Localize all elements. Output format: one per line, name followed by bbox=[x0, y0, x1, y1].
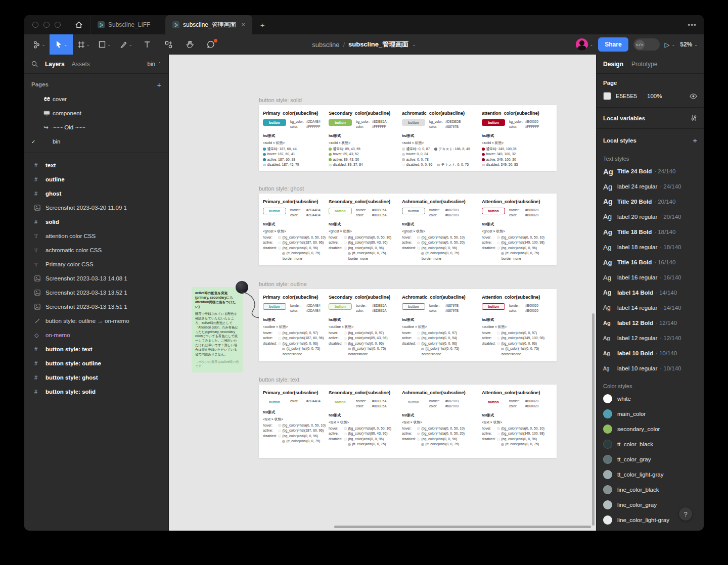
tab-prototype[interactable]: Prototype bbox=[631, 61, 657, 68]
button-preview[interactable]: button bbox=[263, 303, 286, 310]
current-page-indicator[interactable]: bin ⌃ bbox=[147, 61, 161, 68]
frame-tool-button[interactable]: ⌄ bbox=[73, 34, 94, 55]
button-preview[interactable]: button bbox=[263, 208, 286, 214]
button-preview[interactable]: button bbox=[329, 119, 352, 126]
text-style-item[interactable]: AgTitle 20 Bold· 20/140 bbox=[597, 194, 704, 209]
button-preview[interactable]: button bbox=[402, 399, 425, 405]
new-tab-button[interactable]: + bbox=[252, 15, 273, 34]
text-style-item[interactable]: Aglabel 12 regular· 12/140 bbox=[597, 331, 704, 346]
page-color-hex[interactable]: E5E5E5 bbox=[616, 93, 647, 99]
artboard-outline[interactable]: Primary_color(subscline)buttonborder:#2D… bbox=[259, 289, 557, 361]
close-tab-icon[interactable]: × bbox=[242, 21, 245, 28]
layer-item[interactable]: #ghost bbox=[24, 186, 168, 201]
frame-label[interactable]: button style: solid bbox=[259, 97, 302, 103]
button-preview[interactable]: button bbox=[402, 119, 425, 126]
color-style-item[interactable]: line_color_black bbox=[597, 482, 704, 497]
horizontal-scrollbar[interactable] bbox=[334, 526, 591, 528]
text-style-item[interactable]: Aglabel 10 regular· 10/140 bbox=[597, 361, 704, 376]
shape-tool-button[interactable]: ⌄ bbox=[94, 34, 115, 55]
frame-label[interactable]: button style: outline bbox=[259, 281, 307, 287]
button-preview[interactable]: button bbox=[263, 119, 286, 126]
canvas[interactable]: active時の配色を変更 (primary, secondaryにも atte… bbox=[169, 55, 596, 531]
button-preview[interactable]: button bbox=[263, 399, 286, 405]
dev-mode-toggle[interactable]: </> bbox=[633, 38, 660, 51]
button-preview[interactable]: button bbox=[482, 208, 505, 214]
layer-item[interactable]: #outline bbox=[24, 172, 168, 186]
search-icon[interactable] bbox=[31, 61, 38, 67]
window-menu-icon[interactable]: ••• bbox=[688, 15, 697, 34]
hand-tool-button[interactable] bbox=[179, 34, 200, 55]
text-style-item[interactable]: Aglabel 14 regular· 14/140 bbox=[597, 300, 704, 315]
button-preview[interactable]: button bbox=[482, 119, 505, 126]
color-style-item[interactable]: main_color bbox=[597, 406, 704, 421]
color-style-item[interactable]: tt_color_black bbox=[597, 437, 704, 452]
artboard-solid[interactable]: Primary_color(subscline)buttonbg_color:#… bbox=[259, 105, 557, 171]
layer-item[interactable]: ◇on-memo bbox=[24, 328, 168, 342]
chevron-down-icon[interactable]: ⌄ bbox=[412, 42, 416, 47]
tab-assets[interactable]: Assets bbox=[72, 61, 90, 68]
visibility-toggle[interactable] bbox=[690, 93, 697, 99]
vertical-scrollbar[interactable] bbox=[592, 313, 595, 526]
minimize-window-icon[interactable] bbox=[43, 22, 50, 28]
present-button[interactable]: ▷ ⌄ bbox=[665, 41, 675, 49]
artboard-ghost[interactable]: Primary_color(subscline)buttonborder:#2D… bbox=[259, 194, 557, 265]
text-tool-button[interactable] bbox=[136, 34, 158, 55]
layer-item[interactable]: Screenshot 2023-03-20 11.09 1 bbox=[24, 201, 168, 215]
layer-item[interactable]: button style: outline → on-memo bbox=[24, 314, 168, 328]
layer-item[interactable]: #solid bbox=[24, 215, 168, 229]
tab-layers[interactable]: Layers bbox=[45, 61, 65, 68]
frame-label[interactable]: button style: text bbox=[259, 376, 299, 383]
text-style-item[interactable]: AgTitle 24 Bold· 24/140 bbox=[597, 164, 704, 179]
page-item--old-[interactable]: ↪~~~ Old ~~~ bbox=[24, 120, 168, 134]
color-style-item[interactable]: secondary_color bbox=[597, 421, 704, 437]
text-style-item[interactable]: Aglabel 14 Bold· 14/140 bbox=[597, 285, 704, 300]
resources-tool-button[interactable] bbox=[158, 34, 179, 55]
add-style-button[interactable]: + bbox=[693, 136, 697, 145]
file-tab[interactable]: Subscline_LIFF bbox=[90, 15, 165, 34]
pen-tool-button[interactable]: ⌄ bbox=[115, 34, 136, 55]
layer-item[interactable]: #button style: ghost bbox=[24, 370, 168, 385]
color-style-item[interactable]: white bbox=[597, 391, 704, 406]
breadcrumb-project[interactable]: subscline bbox=[312, 41, 339, 49]
button-preview[interactable]: button bbox=[402, 208, 425, 214]
share-button[interactable]: Share bbox=[598, 37, 628, 52]
layer-item[interactable]: Tattention color CSS bbox=[24, 229, 168, 243]
page-color-opacity[interactable]: 100% bbox=[647, 93, 662, 99]
text-style-item[interactable]: AgTitle 18 Bold· 18/140 bbox=[597, 224, 704, 240]
layer-item[interactable]: #text bbox=[24, 158, 168, 172]
color-style-item[interactable]: tt_color_gray bbox=[597, 452, 704, 467]
maximize-window-icon[interactable] bbox=[55, 22, 61, 28]
artboard-text[interactable]: Primary_color(subscline)buttoncolor:#2DA… bbox=[259, 385, 557, 458]
page-item-cover[interactable]: cover bbox=[24, 92, 168, 106]
color-style-item[interactable]: tt_color_light-gray bbox=[597, 467, 704, 482]
text-style-item[interactable]: Aglabel 24 regular· 24/140 bbox=[597, 179, 704, 194]
variables-settings-button[interactable] bbox=[691, 115, 697, 121]
layer-item[interactable]: #button style: solid bbox=[24, 385, 168, 399]
main-menu-button[interactable]: ⌄ bbox=[28, 34, 50, 55]
layer-item[interactable]: TPrimary color CSS bbox=[24, 257, 168, 271]
account-menu[interactable]: ⌄ bbox=[576, 38, 594, 51]
button-preview[interactable]: button bbox=[402, 303, 425, 310]
page-color-swatch[interactable] bbox=[603, 92, 611, 100]
button-preview[interactable]: button bbox=[482, 399, 505, 405]
button-preview[interactable]: button bbox=[329, 303, 352, 310]
frame-label[interactable]: button style: ghost bbox=[259, 185, 304, 192]
comment-tool-button[interactable] bbox=[200, 34, 221, 55]
add-page-button[interactable]: + bbox=[157, 80, 161, 89]
page-item-component[interactable]: component bbox=[24, 106, 168, 120]
layer-item[interactable]: Screenshot 2023-03-13 14.08 1 bbox=[24, 271, 168, 286]
layer-item[interactable]: Screenshot 2023-03-13 13.51 1 bbox=[24, 300, 168, 314]
text-style-item[interactable]: Aglabel 16 regular· 16/140 bbox=[597, 270, 704, 285]
layer-item[interactable]: #button style: outline bbox=[24, 356, 168, 370]
layer-item[interactable]: Tachromatic color CSS bbox=[24, 243, 168, 257]
zoom-menu[interactable]: 52% ⌄ bbox=[680, 41, 698, 48]
text-style-item[interactable]: Aglabel 20 regular· 20/140 bbox=[597, 209, 704, 224]
close-window-icon[interactable] bbox=[32, 22, 38, 28]
breadcrumb-file-name[interactable]: subscline_管理画面 bbox=[348, 40, 408, 49]
sticky-note-comment[interactable]: active時の配色を変更 (primary, secondaryにも atte… bbox=[192, 287, 243, 372]
tab-design[interactable]: Design bbox=[603, 61, 623, 68]
button-preview[interactable]: button bbox=[482, 303, 505, 310]
help-button[interactable]: ? bbox=[679, 507, 692, 521]
move-tool-button[interactable]: ⌄ bbox=[50, 34, 73, 55]
text-style-item[interactable]: Aglabel 10 Bold· 10/140 bbox=[597, 346, 704, 361]
